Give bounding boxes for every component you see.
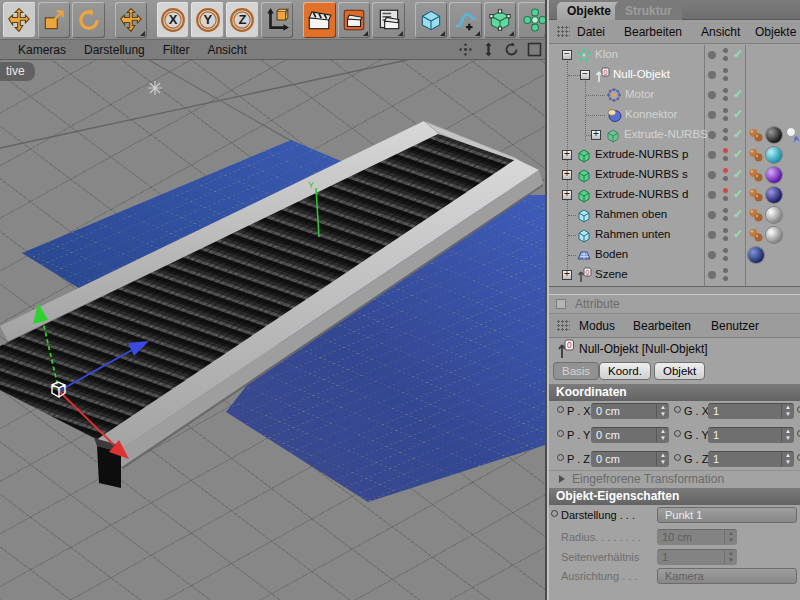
visibility-dots[interactable] <box>723 228 728 244</box>
enabled-check-icon[interactable]: ✓ <box>733 147 743 161</box>
lock-y-axis-button[interactable]: Y <box>191 2 224 38</box>
tree-row[interactable]: Extrude-NURBS ✓ <box>549 125 800 145</box>
scale-z-input[interactable]: 1▲▼ <box>708 451 794 467</box>
add-spline-button[interactable] <box>449 2 482 38</box>
phong-tag-icon[interactable] <box>748 187 764 203</box>
layer-dot[interactable] <box>708 171 716 179</box>
darstellung-dropdown[interactable]: Punkt 1 <box>657 507 797 523</box>
visibility-dots[interactable] <box>723 108 728 124</box>
rotate-tool-button[interactable] <box>72 2 105 38</box>
render-view-button[interactable] <box>303 2 336 38</box>
tree-item-label[interactable]: Rahmen oben <box>595 208 667 220</box>
tree-item-label[interactable]: Konnektor <box>625 108 677 120</box>
phong-tag-icon[interactable] <box>748 227 764 243</box>
dynamics-tag-icon[interactable] <box>785 127 800 143</box>
add-generator-button[interactable] <box>484 2 517 38</box>
tree-item-label[interactable]: Extrude-NURBS p <box>595 148 688 160</box>
menu-bearbeiten[interactable]: Bearbeiten <box>624 25 682 39</box>
enabled-check-icon[interactable]: ✓ <box>733 127 743 141</box>
phong-tag-icon[interactable] <box>748 127 764 143</box>
3d-scene[interactable]: Y <box>0 60 545 600</box>
visibility-dots[interactable] <box>723 48 728 64</box>
tree-row[interactable]: Klon ✓ <box>549 45 800 65</box>
stepper-icon[interactable]: ▲▼ <box>724 550 737 564</box>
add-cube-button[interactable] <box>415 2 448 38</box>
enabled-check-icon[interactable]: ✓ <box>733 167 743 181</box>
keyframe-circle[interactable] <box>674 430 681 437</box>
scale-x-input[interactable]: 1▲▼ <box>708 403 794 419</box>
enabled-check-icon[interactable]: ✓ <box>733 87 743 101</box>
maximize-view-icon[interactable] <box>527 42 542 57</box>
expander-icon[interactable] <box>562 170 572 180</box>
material-blue[interactable] <box>748 247 764 263</box>
visibility-dots[interactable] <box>723 128 728 144</box>
enabled-check-icon[interactable]: ✓ <box>733 207 743 221</box>
rotate-view-icon[interactable] <box>504 42 519 57</box>
scale-y-input[interactable]: 1▲▼ <box>708 427 794 443</box>
tree-row[interactable]: Extrude-NURBS d ✓ <box>549 185 800 205</box>
visibility-dots[interactable] <box>723 268 728 284</box>
phong-tag-icon[interactable] <box>748 147 764 163</box>
keyframe-circle[interactable] <box>674 454 681 461</box>
lock-z-axis-button[interactable]: Z <box>226 2 259 38</box>
tree-item-label[interactable]: Rahmen unten <box>595 228 670 240</box>
stepper-icon[interactable]: ▲▼ <box>781 428 794 442</box>
stepper-icon[interactable]: ▲▼ <box>781 452 794 466</box>
keyframe-circle[interactable] <box>557 430 564 437</box>
layer-dot[interactable] <box>708 151 716 159</box>
render-queue-button[interactable] <box>372 2 405 38</box>
material-cyan[interactable] <box>766 147 782 163</box>
layer-dot[interactable] <box>708 231 716 239</box>
expander-icon[interactable] <box>562 270 572 280</box>
stepper-icon[interactable]: ▲▼ <box>724 530 737 544</box>
disclosure-triangle-icon[interactable] <box>559 475 565 483</box>
visibility-dots[interactable] <box>723 88 728 104</box>
menu-filter[interactable]: Filter <box>163 43 190 57</box>
tree-row[interactable]: Konnektor ✓ <box>549 105 800 125</box>
tree-row[interactable]: 0 Szene <box>549 265 800 285</box>
lock-x-axis-button[interactable]: X <box>157 2 190 38</box>
menu-darstellung[interactable]: Darstellung <box>84 43 145 57</box>
tree-item-label[interactable]: Szene <box>595 268 628 280</box>
expander-icon[interactable] <box>580 70 590 80</box>
menu-ansicht[interactable]: Ansicht <box>701 25 740 39</box>
tree-item-label[interactable]: Extrude-NURBS <box>624 128 708 140</box>
visibility-dots[interactable] <box>723 248 728 264</box>
tree-row[interactable]: Rahmen oben ✓ <box>549 205 800 225</box>
tree-row[interactable]: 0 Null-Objekt <box>549 65 800 85</box>
visibility-dots[interactable] <box>723 188 728 204</box>
tab-basis[interactable]: Basis <box>553 362 599 380</box>
menu-objekte[interactable]: Objekte <box>755 25 796 39</box>
material-silver[interactable] <box>766 207 782 223</box>
tree-item-label[interactable]: Null-Objekt <box>613 68 670 80</box>
layer-dot[interactable] <box>708 191 716 199</box>
layer-dot[interactable] <box>708 271 716 279</box>
tab-struktur[interactable]: Struktur <box>615 2 682 20</box>
zoom-view-icon[interactable] <box>481 42 496 57</box>
stepper-icon[interactable]: ▲▼ <box>656 404 669 418</box>
tree-item-label[interactable]: Klon <box>595 48 618 60</box>
visibility-dots[interactable] <box>723 148 728 164</box>
keyframe-circle[interactable] <box>557 406 564 413</box>
layer-dot[interactable] <box>708 131 716 139</box>
stepper-icon[interactable]: ▲▼ <box>781 404 794 418</box>
keyframe-circle[interactable] <box>557 454 564 461</box>
render-settings-button[interactable] <box>338 2 371 38</box>
enabled-check-icon[interactable]: ✓ <box>733 187 743 201</box>
menu-ansicht[interactable]: Ansicht <box>207 43 246 57</box>
menu-datei[interactable]: Datei <box>577 25 605 39</box>
enabled-check-icon[interactable]: ✓ <box>733 47 743 61</box>
stepper-icon[interactable]: ▲▼ <box>656 452 669 466</box>
position-x-input[interactable]: 0 cm▲▼ <box>591 403 669 419</box>
phong-tag-icon[interactable] <box>748 207 764 223</box>
material-silver[interactable] <box>766 227 782 243</box>
enabled-check-icon[interactable]: ✓ <box>733 227 743 241</box>
layer-dot[interactable] <box>708 251 716 259</box>
position-y-input[interactable]: 0 cm▲▼ <box>591 427 669 443</box>
keyframe-circle[interactable] <box>551 510 558 517</box>
pan-view-icon[interactable] <box>458 42 473 57</box>
tree-item-label[interactable]: Extrude-NURBS d <box>595 188 688 200</box>
keyframe-circle[interactable] <box>674 406 681 413</box>
stepper-icon[interactable]: ▲▼ <box>656 428 669 442</box>
frozen-transformation-group[interactable]: Eingefrorene Transformation <box>549 470 800 486</box>
